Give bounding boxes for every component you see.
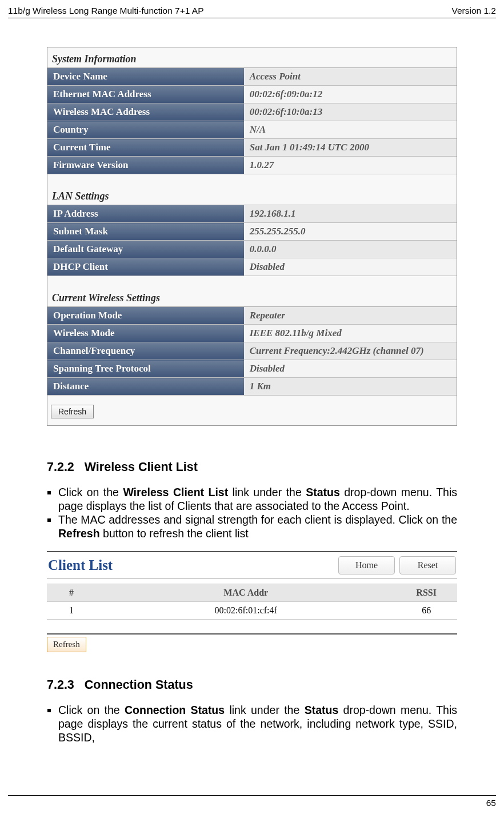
page-header: 11b/g Wireless Long Range Multi-function… (8, 6, 496, 17)
table-row: Wireless MAC Address00:02:6f:10:0a:13 (47, 103, 457, 121)
table-row: Channel/FrequencyCurrent Frequency:2.442… (47, 342, 457, 360)
section-722-heading: 7.2.2 Wireless Client List (47, 460, 457, 474)
table-row: Ethernet MAC Address00:02:6f:09:0a:12 (47, 86, 457, 103)
system-info-table: Device NameAccess Point Ethernet MAC Add… (47, 68, 457, 174)
col-num: # (47, 584, 96, 601)
table-row: CountryN/A (47, 121, 457, 139)
section-723-num: 7.2.3 (47, 678, 74, 692)
col-rssi: RSSI (395, 584, 457, 601)
home-button[interactable]: Home (338, 556, 395, 574)
client-list-panel: Client List Home Reset # MAC Addr RSSI 1… (47, 551, 457, 652)
client-list-table: # MAC Addr RSSI 1 00:02:6f:01:cf:4f 66 (47, 584, 457, 620)
page-number: 65 (8, 798, 496, 808)
section-723-title: Connection Status (85, 678, 193, 692)
table-row: Distance1 Km (47, 378, 457, 396)
client-list-rule (47, 633, 457, 635)
header-rule (8, 18, 496, 18)
table-row: IP Address192.168.1.1 (47, 205, 457, 223)
lan-settings-heading: LAN Settings (47, 185, 457, 205)
doc-title: 11b/g Wireless Long Range Multi-function… (8, 6, 204, 16)
table-row: DHCP ClientDisabled (47, 258, 457, 276)
section-723-heading: 7.2.3 Connection Status (47, 678, 457, 692)
col-mac: MAC Addr (96, 584, 395, 601)
list-item: Click on the Connection Status link unde… (58, 704, 457, 745)
table-row: Device NameAccess Point (47, 68, 457, 86)
table-row: Operation ModeRepeater (47, 307, 457, 325)
lan-settings-table: IP Address192.168.1.1 Subnet Mask255.255… (47, 205, 457, 276)
status-panel: System Information Device NameAccess Poi… (47, 47, 457, 426)
section-722-bullets: Click on the Wireless Client List link u… (47, 486, 457, 541)
client-list-title: Client List (48, 557, 334, 573)
doc-version: Version 1.2 (451, 6, 496, 16)
list-item: Click on the Wireless Client List link u… (58, 486, 457, 513)
list-item: The MAC addresses and signal strength fo… (58, 513, 457, 541)
table-row: 1 00:02:6f:01:cf:4f 66 (47, 601, 457, 619)
wireless-settings-table: Operation ModeRepeater Wireless ModeIEEE… (47, 307, 457, 396)
table-row: Subnet Mask255.255.255.0 (47, 223, 457, 241)
table-row: Firmware Version1.0.27 (47, 157, 457, 174)
table-header-row: # MAC Addr RSSI (47, 584, 457, 601)
table-row: Wireless ModeIEEE 802.11b/g Mixed (47, 325, 457, 342)
client-list-refresh-button[interactable]: Refresh (47, 637, 86, 652)
footer-rule (8, 795, 496, 796)
table-row: Spanning Tree ProtocolDisabled (47, 360, 457, 378)
section-723-bullets: Click on the Connection Status link unde… (47, 704, 457, 745)
refresh-button[interactable]: Refresh (51, 405, 94, 418)
reset-button[interactable]: Reset (399, 556, 456, 574)
system-info-heading: System Information (47, 47, 457, 68)
section-722-num: 7.2.2 (47, 460, 74, 474)
table-row: Current TimeSat Jan 1 01:49:14 UTC 2000 (47, 139, 457, 157)
footer: 65 (8, 795, 496, 808)
table-row: Default Gateway0.0.0.0 (47, 241, 457, 258)
section-722-title: Wireless Client List (85, 460, 198, 474)
wireless-settings-heading: Current Wireless Settings (47, 286, 457, 307)
